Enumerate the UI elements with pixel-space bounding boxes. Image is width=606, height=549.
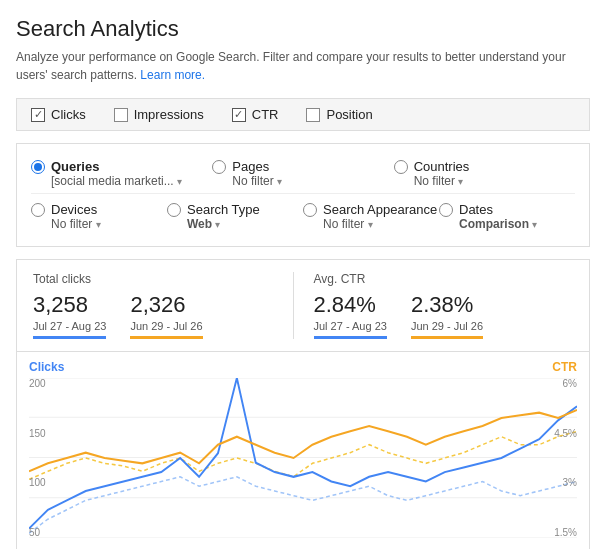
metric-position[interactable]: Position (306, 107, 372, 122)
devices-label: Devices (51, 202, 101, 217)
stat-ctr-prev: 2.38% Jun 29 - Jul 26 (411, 292, 483, 339)
filter-queries[interactable]: Queries [social media marketi... ▾ (31, 159, 212, 188)
stat-clicks-prev-number: 2,326 (130, 292, 202, 318)
search-type-label: Search Type (187, 202, 260, 217)
stat-ctr-prev-underline (411, 336, 483, 339)
filter-devices[interactable]: Devices No filter ▾ (31, 202, 167, 231)
dates-radio[interactable] (439, 203, 453, 217)
metric-clicks[interactable]: Clicks (31, 107, 86, 122)
stats-section: Total clicks 3,258 Jul 27 - Aug 23 2,326… (16, 259, 590, 352)
stat-group-clicks: Total clicks 3,258 Jul 27 - Aug 23 2,326… (33, 272, 293, 339)
stat-ctr-current: 2.84% Jul 27 - Aug 23 (314, 292, 387, 339)
impressions-label: Impressions (134, 107, 204, 122)
chart-svg (29, 378, 577, 538)
devices-radio[interactable] (31, 203, 45, 217)
search-appearance-label: Search Appearance (323, 202, 437, 217)
position-label: Position (326, 107, 372, 122)
legend-ctr: CTR (552, 360, 577, 374)
filter-dates[interactable]: Dates Comparison ▾ (439, 202, 575, 231)
queries-sub[interactable]: [social media marketi... ▾ (51, 174, 182, 188)
countries-label: Countries (414, 159, 470, 174)
stat-ctr-prev-date: Jun 29 - Jul 26 (411, 320, 483, 332)
metric-ctr[interactable]: CTR (232, 107, 279, 122)
stat-clicks-prev: 2,326 Jun 29 - Jul 26 (130, 292, 202, 339)
search-type-radio[interactable] (167, 203, 181, 217)
learn-more-link[interactable]: Learn more. (140, 68, 205, 82)
devices-sub[interactable]: No filter ▾ (51, 217, 101, 231)
stat-ctr-current-underline (314, 336, 387, 339)
stat-clicks-prev-date: Jun 29 - Jul 26 (130, 320, 202, 332)
ctr-label: CTR (252, 107, 279, 122)
stat-ctr-current-number: 2.84% (314, 292, 387, 318)
ctr-checkbox[interactable] (232, 108, 246, 122)
stat-clicks-current: 3,258 Jul 27 - Aug 23 (33, 292, 106, 339)
stat-group-clicks-title: Total clicks (33, 272, 273, 286)
metric-impressions[interactable]: Impressions (114, 107, 204, 122)
clicks-checkbox[interactable] (31, 108, 45, 122)
impressions-checkbox[interactable] (114, 108, 128, 122)
dates-sub[interactable]: Comparison ▾ (459, 217, 537, 231)
countries-radio[interactable] (394, 160, 408, 174)
filter-row-1: Queries [social media marketi... ▾ Pages… (31, 154, 575, 193)
position-checkbox[interactable] (306, 108, 320, 122)
stat-ctr-prev-number: 2.38% (411, 292, 483, 318)
metrics-bar: Clicks Impressions CTR Position (16, 98, 590, 131)
filter-row-2: Devices No filter ▾ Search Type Web ▾ Se… (31, 193, 575, 236)
chart-section: Clicks CTR 200 150 100 50 6% 4.5% 3% 1.5… (16, 352, 590, 549)
stat-clicks-prev-underline (130, 336, 202, 339)
pages-sub[interactable]: No filter ▾ (232, 174, 282, 188)
pages-radio[interactable] (212, 160, 226, 174)
pages-label: Pages (232, 159, 282, 174)
filter-search-appearance[interactable]: Search Appearance No filter ▾ (303, 202, 439, 231)
chart-legend: Clicks CTR (29, 360, 577, 374)
countries-sub[interactable]: No filter ▾ (414, 174, 470, 188)
search-type-sub[interactable]: Web ▾ (187, 217, 260, 231)
chart-container: 200 150 100 50 6% 4.5% 3% 1.5% (29, 378, 577, 538)
stat-group-ctr-title: Avg. CTR (314, 272, 554, 286)
stat-clicks-current-number: 3,258 (33, 292, 106, 318)
page-title: Search Analytics (16, 16, 590, 42)
search-appearance-radio[interactable] (303, 203, 317, 217)
queries-radio[interactable] (31, 160, 45, 174)
filter-search-type[interactable]: Search Type Web ▾ (167, 202, 303, 231)
filter-pages[interactable]: Pages No filter ▾ (212, 159, 393, 188)
stat-group-ctr: Avg. CTR 2.84% Jul 27 - Aug 23 2.38% Jun… (293, 272, 574, 339)
stat-clicks-current-date: Jul 27 - Aug 23 (33, 320, 106, 332)
clicks-label: Clicks (51, 107, 86, 122)
queries-label: Queries (51, 159, 182, 174)
filter-section: Queries [social media marketi... ▾ Pages… (16, 143, 590, 247)
legend-clicks: Clicks (29, 360, 64, 374)
filter-countries[interactable]: Countries No filter ▾ (394, 159, 575, 188)
dates-label: Dates (459, 202, 537, 217)
subtitle: Analyze your performance on Google Searc… (16, 48, 590, 84)
stat-ctr-current-date: Jul 27 - Aug 23 (314, 320, 387, 332)
stat-clicks-current-underline (33, 336, 106, 339)
search-appearance-sub[interactable]: No filter ▾ (323, 217, 437, 231)
